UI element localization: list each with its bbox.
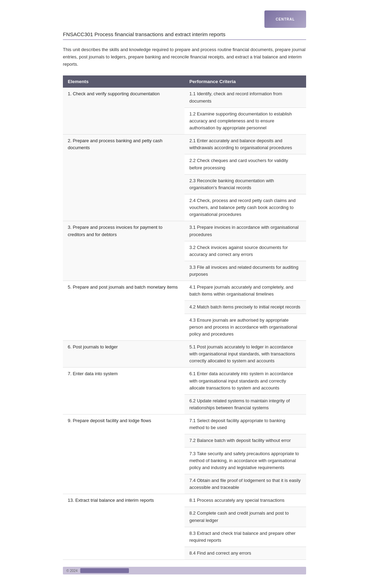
footer-bar-inner <box>80 568 129 573</box>
table-row: 3. Prepare and process invoices for paym… <box>63 221 306 241</box>
criteria-cell: 1.1 Identify, check and record informati… <box>184 88 306 107</box>
description: This unit describes the skills and knowl… <box>63 46 306 68</box>
table-row: 13. Extract trial balance and interim re… <box>63 494 306 507</box>
logo-area: CENTRAL <box>63 10 306 28</box>
table-header-row: Elements Performance Criteria <box>63 75 306 88</box>
criteria-cell: 1.2 Examine supporting documentation to … <box>184 107 306 134</box>
criteria-cell: 7.3 Take security and safety precautions… <box>184 447 306 474</box>
table-row: 1. Check and verify supporting documenta… <box>63 88 306 107</box>
criteria-cell: 6.1 Enter data accurately into system in… <box>184 368 306 394</box>
criteria-cell: 7.2 Balance batch with deposit facility … <box>184 434 306 447</box>
element-cell: 6. Post journals to ledger <box>63 341 184 368</box>
element-cell: 7. Enter data into system <box>63 368 184 414</box>
criteria-cell: 3.3 File all invoices and related docume… <box>184 261 306 281</box>
criteria-cell: 4.2 Match batch items precisely to initi… <box>184 301 306 314</box>
element-cell: 1. Check and verify supporting documenta… <box>63 88 184 134</box>
logo: CENTRAL <box>264 10 306 28</box>
logo-text: CENTRAL <box>276 17 295 21</box>
criteria-cell: 8.4 Find and correct any errors <box>184 547 306 560</box>
col-header-criteria: Performance Criteria <box>184 75 306 88</box>
footer-bar: © 2024 <box>63 567 306 574</box>
table-row: 7. Enter data into system6.1 Enter data … <box>63 368 306 394</box>
criteria-cell: 3.1 Prepare invoices in accordance with … <box>184 221 306 241</box>
col-header-elements: Elements <box>63 75 184 88</box>
element-cell: 5. Prepare and post journals and batch m… <box>63 281 184 341</box>
competency-table: Elements Performance Criteria 1. Check a… <box>63 75 306 560</box>
element-cell: 2. Prepare and process banking and petty… <box>63 135 184 221</box>
criteria-cell: 8.3 Extract and check trial balance and … <box>184 527 306 547</box>
element-cell: 9. Prepare deposit facility and lodge fl… <box>63 414 184 494</box>
criteria-cell: 6.2 Update related systems to maintain i… <box>184 394 306 414</box>
criteria-cell: 4.1 Prepare journals accurately and comp… <box>184 281 306 301</box>
footer-text: © 2024 <box>66 569 77 573</box>
criteria-cell: 8.2 Complete cash and credit journals an… <box>184 507 306 527</box>
criteria-cell: 7.1 Select deposit facility appropriate … <box>184 414 306 434</box>
criteria-cell: 4.3 Ensure journals are authorised by ap… <box>184 314 306 340</box>
page-title: FNSACC301 Process financial transactions… <box>63 31 306 40</box>
criteria-cell: 2.1 Enter accurately and balance deposit… <box>184 135 306 154</box>
criteria-cell: 2.3 Reconcile banking documentation with… <box>184 174 306 194</box>
table-row: 2. Prepare and process banking and petty… <box>63 135 306 154</box>
criteria-cell: 3.2 Check invoices against source docume… <box>184 241 306 261</box>
criteria-cell: 5.1 Post journals accurately to ledger i… <box>184 341 306 368</box>
criteria-cell: 2.4 Check, process and record petty cash… <box>184 194 306 221</box>
criteria-cell: 2.2 Check cheques and card vouchers for … <box>184 154 306 174</box>
table-row: 5. Prepare and post journals and batch m… <box>63 281 306 301</box>
criteria-cell: 7.4 Obtain and file proof of lodgement s… <box>184 474 306 494</box>
table-row: 6. Post journals to ledger5.1 Post journ… <box>63 341 306 368</box>
element-cell: 3. Prepare and process invoices for paym… <box>63 221 184 281</box>
criteria-cell: 8.1 Process accurately any special trans… <box>184 494 306 507</box>
table-row: 9. Prepare deposit facility and lodge fl… <box>63 414 306 434</box>
page: CENTRAL FNSACC301 Process financial tran… <box>49 0 320 588</box>
element-cell: 13. Extract trial balance and interim re… <box>63 494 184 560</box>
